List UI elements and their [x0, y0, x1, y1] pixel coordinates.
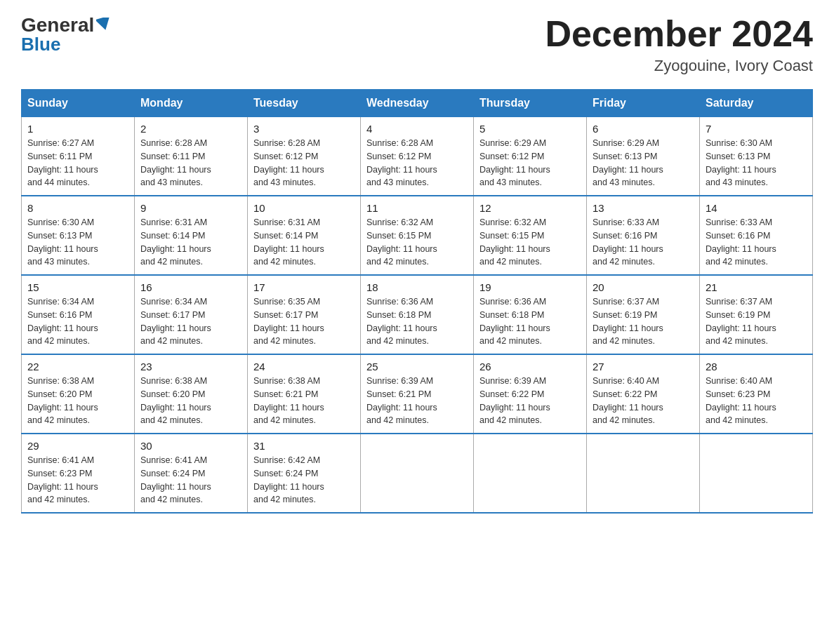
logo-triangle-icon: [96, 18, 112, 33]
day-info: Sunrise: 6:39 AM Sunset: 6:22 PM Dayligh…: [479, 375, 581, 427]
day-number: 22: [27, 361, 128, 373]
day-info: Sunrise: 6:32 AM Sunset: 6:15 PM Dayligh…: [479, 216, 581, 269]
day-info: Sunrise: 6:39 AM Sunset: 6:21 PM Dayligh…: [366, 375, 468, 427]
day-number: 15: [27, 281, 128, 293]
calendar-cell: 13Sunrise: 6:33 AM Sunset: 6:16 PM Dayli…: [587, 196, 700, 275]
logo-blue-text: Blue: [21, 34, 112, 55]
day-number: 6: [593, 123, 694, 135]
day-info: Sunrise: 6:38 AM Sunset: 6:20 PM Dayligh…: [140, 375, 241, 427]
day-number: 26: [479, 361, 581, 373]
day-info: Sunrise: 6:33 AM Sunset: 6:16 PM Dayligh…: [706, 216, 807, 269]
day-number: 25: [366, 361, 468, 373]
day-number: 27: [593, 361, 694, 373]
page-header: General Blue December 2024 Zyogouine, Iv…: [21, 14, 813, 75]
calendar-cell: 24Sunrise: 6:38 AM Sunset: 6:21 PM Dayli…: [248, 354, 361, 434]
calendar-cell: 11Sunrise: 6:32 AM Sunset: 6:15 PM Dayli…: [361, 196, 474, 275]
calendar-cell: 5Sunrise: 6:29 AM Sunset: 6:12 PM Daylig…: [474, 117, 587, 196]
day-number: 29: [27, 440, 128, 452]
day-number: 18: [366, 281, 468, 293]
day-info: Sunrise: 6:28 AM Sunset: 6:11 PM Dayligh…: [140, 137, 241, 189]
calendar-cell: 29Sunrise: 6:41 AM Sunset: 6:23 PM Dayli…: [22, 434, 135, 513]
day-info: Sunrise: 6:40 AM Sunset: 6:22 PM Dayligh…: [593, 375, 694, 427]
day-info: Sunrise: 6:33 AM Sunset: 6:16 PM Dayligh…: [593, 216, 694, 269]
day-number: 24: [253, 361, 355, 373]
day-info: Sunrise: 6:29 AM Sunset: 6:13 PM Dayligh…: [593, 137, 694, 189]
day-number: 12: [479, 202, 581, 214]
calendar-cell: 28Sunrise: 6:40 AM Sunset: 6:23 PM Dayli…: [700, 354, 813, 434]
calendar-cell: 27Sunrise: 6:40 AM Sunset: 6:22 PM Dayli…: [587, 354, 700, 434]
calendar-header-day: Tuesday: [248, 90, 361, 117]
day-info: Sunrise: 6:38 AM Sunset: 6:21 PM Dayligh…: [253, 375, 355, 427]
calendar-week-row: 22Sunrise: 6:38 AM Sunset: 6:20 PM Dayli…: [22, 354, 813, 434]
day-number: 4: [366, 123, 468, 135]
calendar-cell: 30Sunrise: 6:41 AM Sunset: 6:24 PM Dayli…: [135, 434, 248, 513]
calendar-cell: [587, 434, 700, 513]
day-number: 30: [140, 440, 241, 452]
day-number: 7: [706, 123, 807, 135]
day-info: Sunrise: 6:35 AM Sunset: 6:17 PM Dayligh…: [253, 295, 355, 348]
calendar-week-row: 15Sunrise: 6:34 AM Sunset: 6:16 PM Dayli…: [22, 275, 813, 354]
calendar-header-day: Sunday: [22, 90, 135, 117]
day-number: 21: [706, 281, 807, 293]
calendar-header-day: Friday: [587, 90, 700, 117]
calendar-cell: 17Sunrise: 6:35 AM Sunset: 6:17 PM Dayli…: [248, 275, 361, 354]
day-info: Sunrise: 6:36 AM Sunset: 6:18 PM Dayligh…: [479, 295, 581, 348]
calendar-cell: 6Sunrise: 6:29 AM Sunset: 6:13 PM Daylig…: [587, 117, 700, 196]
day-info: Sunrise: 6:30 AM Sunset: 6:13 PM Dayligh…: [706, 137, 807, 189]
day-info: Sunrise: 6:30 AM Sunset: 6:13 PM Dayligh…: [27, 216, 128, 269]
day-info: Sunrise: 6:41 AM Sunset: 6:23 PM Dayligh…: [27, 454, 128, 507]
calendar-cell: [361, 434, 474, 513]
calendar-cell: 8Sunrise: 6:30 AM Sunset: 6:13 PM Daylig…: [22, 196, 135, 275]
day-info: Sunrise: 6:37 AM Sunset: 6:19 PM Dayligh…: [706, 295, 807, 348]
calendar-cell: 20Sunrise: 6:37 AM Sunset: 6:19 PM Dayli…: [587, 275, 700, 354]
day-number: 8: [27, 202, 128, 214]
calendar-header-day: Saturday: [700, 90, 813, 117]
svg-marker-0: [96, 18, 112, 32]
logo: General Blue: [21, 14, 112, 55]
day-info: Sunrise: 6:36 AM Sunset: 6:18 PM Dayligh…: [366, 295, 468, 348]
day-number: 19: [479, 281, 581, 293]
day-number: 20: [593, 281, 694, 293]
calendar-cell: 10Sunrise: 6:31 AM Sunset: 6:14 PM Dayli…: [248, 196, 361, 275]
calendar-header-row: SundayMondayTuesdayWednesdayThursdayFrid…: [22, 90, 813, 117]
calendar-header-day: Monday: [135, 90, 248, 117]
day-number: 5: [479, 123, 581, 135]
day-number: 13: [593, 202, 694, 214]
title-area: December 2024 Zyogouine, Ivory Coast: [545, 14, 813, 75]
day-info: Sunrise: 6:37 AM Sunset: 6:19 PM Dayligh…: [593, 295, 694, 348]
day-number: 31: [253, 440, 355, 452]
calendar-cell: 14Sunrise: 6:33 AM Sunset: 6:16 PM Dayli…: [700, 196, 813, 275]
calendar-header-day: Wednesday: [361, 90, 474, 117]
day-number: 2: [140, 123, 241, 135]
day-info: Sunrise: 6:31 AM Sunset: 6:14 PM Dayligh…: [253, 216, 355, 269]
day-info: Sunrise: 6:31 AM Sunset: 6:14 PM Dayligh…: [140, 216, 241, 269]
day-info: Sunrise: 6:28 AM Sunset: 6:12 PM Dayligh…: [253, 137, 355, 189]
calendar-cell: 9Sunrise: 6:31 AM Sunset: 6:14 PM Daylig…: [135, 196, 248, 275]
day-number: 9: [140, 202, 241, 214]
day-number: 16: [140, 281, 241, 293]
day-info: Sunrise: 6:41 AM Sunset: 6:24 PM Dayligh…: [140, 454, 241, 507]
day-info: Sunrise: 6:42 AM Sunset: 6:24 PM Dayligh…: [253, 454, 355, 507]
day-info: Sunrise: 6:32 AM Sunset: 6:15 PM Dayligh…: [366, 216, 468, 269]
calendar-cell: 1Sunrise: 6:27 AM Sunset: 6:11 PM Daylig…: [22, 117, 135, 196]
calendar-cell: 23Sunrise: 6:38 AM Sunset: 6:20 PM Dayli…: [135, 354, 248, 434]
day-info: Sunrise: 6:27 AM Sunset: 6:11 PM Dayligh…: [27, 137, 128, 189]
day-number: 3: [253, 123, 355, 135]
day-info: Sunrise: 6:28 AM Sunset: 6:12 PM Dayligh…: [366, 137, 468, 189]
calendar-body: 1Sunrise: 6:27 AM Sunset: 6:11 PM Daylig…: [22, 117, 813, 514]
calendar-cell: 18Sunrise: 6:36 AM Sunset: 6:18 PM Dayli…: [361, 275, 474, 354]
calendar-week-row: 8Sunrise: 6:30 AM Sunset: 6:13 PM Daylig…: [22, 196, 813, 275]
calendar-header-day: Thursday: [474, 90, 587, 117]
day-number: 28: [706, 361, 807, 373]
calendar-cell: 22Sunrise: 6:38 AM Sunset: 6:20 PM Dayli…: [22, 354, 135, 434]
month-title: December 2024: [545, 14, 813, 54]
calendar-cell: 3Sunrise: 6:28 AM Sunset: 6:12 PM Daylig…: [248, 117, 361, 196]
calendar-cell: 4Sunrise: 6:28 AM Sunset: 6:12 PM Daylig…: [361, 117, 474, 196]
calendar-cell: 19Sunrise: 6:36 AM Sunset: 6:18 PM Dayli…: [474, 275, 587, 354]
calendar-cell: 25Sunrise: 6:39 AM Sunset: 6:21 PM Dayli…: [361, 354, 474, 434]
calendar-cell: 2Sunrise: 6:28 AM Sunset: 6:11 PM Daylig…: [135, 117, 248, 196]
day-info: Sunrise: 6:34 AM Sunset: 6:17 PM Dayligh…: [140, 295, 241, 348]
day-number: 14: [706, 202, 807, 214]
day-info: Sunrise: 6:34 AM Sunset: 6:16 PM Dayligh…: [27, 295, 128, 348]
calendar-cell: 26Sunrise: 6:39 AM Sunset: 6:22 PM Dayli…: [474, 354, 587, 434]
